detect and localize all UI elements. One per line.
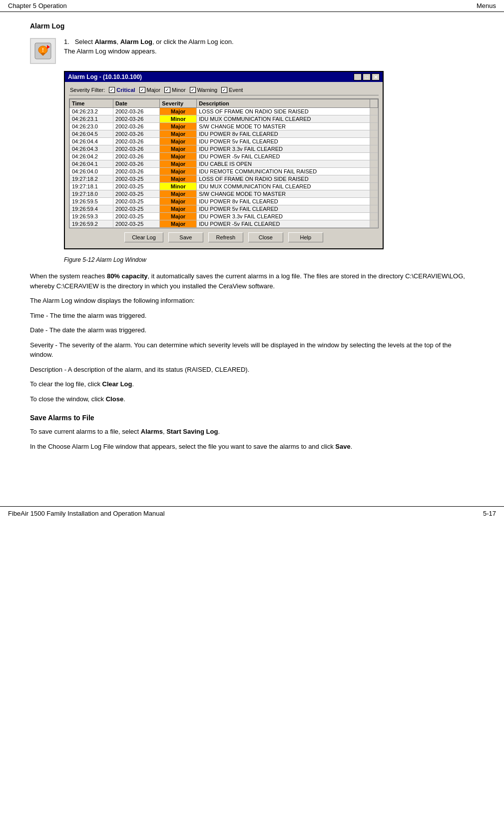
para-description: Description - A description of the alarm… [30, 365, 474, 375]
maximize-button[interactable]: □ [363, 73, 371, 80]
cell-description: IDU MUX COMMUNICATION FAIL CLEARED [197, 115, 370, 123]
alarm-log-heading: Alarm Log [30, 22, 474, 30]
alarm-icon-svg: ! [34, 42, 52, 60]
cell-severity: Major [160, 168, 197, 175]
window-controls: _ □ ✕ [354, 73, 380, 80]
table-row: 19:26:59.22002-03-25MajorIDU POWER -5v F… [70, 220, 378, 228]
step-1-row: ! 1. Select Alarms, Alarm Log, or click … [30, 38, 474, 64]
filter-minor[interactable]: ✓ Minor [164, 87, 186, 93]
cell-time: 04:26:23.1 [70, 115, 113, 123]
cell-description: IDU POWER 3.3v FAIL CLEARED [197, 213, 370, 220]
cell-severity: Major [160, 220, 197, 228]
cell-description: LOSS OF FRAME ON RADIO SIDE RAISED [197, 108, 370, 115]
table-row: 19:26:59.32002-03-25MajorIDU POWER 3.3v … [70, 213, 378, 220]
cell-description: IDU REMOTE COMMUNICATION FAIL RAISED [197, 168, 370, 175]
scrollbar-cell [370, 160, 378, 168]
cell-severity: Major [160, 160, 197, 168]
help-button[interactable]: Help [288, 232, 323, 242]
filter-event[interactable]: ✓ Event [221, 87, 243, 93]
para-close: To close the window, click Close. [30, 394, 474, 404]
table-row: 19:26:59.52002-03-25MajorIDU POWER 8v FA… [70, 198, 378, 205]
table-row: 04:26:23.12002-03-26MinorIDU MUX COMMUNI… [70, 115, 378, 123]
table-row: 04:26:23.22002-03-26MajorLOSS OF FRAME O… [70, 108, 378, 115]
close-button[interactable]: Close [248, 232, 283, 242]
cell-time: 19:27:18.0 [70, 190, 113, 198]
window-body: Severity Filter: ✓ Critical ✓ Major ✓ Mi… [65, 82, 383, 248]
scrollbar-header [370, 99, 378, 108]
cell-severity: Major [160, 108, 197, 115]
filter-critical[interactable]: ✓ Critical [109, 87, 135, 93]
save-button[interactable]: Save [168, 232, 203, 242]
critical-checkbox[interactable]: ✓ [109, 87, 115, 93]
cell-time: 04:26:23.2 [70, 108, 113, 115]
subsection-para-2: In the Choose Alarm Log File window that… [30, 442, 474, 452]
major-label: Major [147, 87, 161, 93]
cell-severity: Major [160, 153, 197, 160]
cell-date: 2002-03-25 [113, 175, 160, 183]
filter-major[interactable]: ✓ Major [139, 87, 161, 93]
cell-time: 04:26:04.5 [70, 130, 113, 138]
cell-time: 04:26:04.0 [70, 168, 113, 175]
cell-time: 19:27:18.1 [70, 183, 113, 190]
cell-severity: Minor [160, 115, 197, 123]
cell-date: 2002-03-25 [113, 183, 160, 190]
filter-warning[interactable]: ✓ Warning [190, 87, 218, 93]
cell-time: 04:26:23.0 [70, 123, 113, 130]
svg-text:!: ! [42, 47, 43, 53]
footer-left: FibeAir 1500 Family Installation and Ope… [8, 510, 165, 517]
clear-log-button[interactable]: Clear Log [124, 232, 163, 242]
cell-description: IDU POWER 8v FAIL CLEARED [197, 130, 370, 138]
cell-severity: Major [160, 138, 197, 145]
svg-rect-3 [41, 53, 45, 54]
log-table-wrapper: Time Date Severity Description 04:26:23.… [69, 98, 379, 228]
warning-checkbox[interactable]: ✓ [190, 87, 196, 93]
cell-severity: Major [160, 175, 197, 183]
step-1-sep: , [117, 38, 120, 45]
scrollbar-cell [370, 153, 378, 160]
table-row: 19:27:18.22002-03-25MajorLOSS OF FRAME O… [70, 175, 378, 183]
major-checkbox[interactable]: ✓ [139, 87, 145, 93]
para-time: Time - The time the alarm was triggered. [30, 311, 474, 321]
footer-right: 5-17 [483, 510, 496, 517]
cell-description: S/W CHANGE MODE TO MASTER [197, 190, 370, 198]
cell-time: 04:26:04.4 [70, 138, 113, 145]
event-checkbox[interactable]: ✓ [221, 87, 227, 93]
filter-label: Severity Filter: [70, 87, 105, 93]
col-date: Date [113, 99, 160, 108]
table-row: 19:26:59.42002-03-25MajorIDU POWER 5v FA… [70, 205, 378, 213]
cell-time: 04:26:04.2 [70, 153, 113, 160]
scrollbar-cell [370, 123, 378, 130]
cell-date: 2002-03-26 [113, 145, 160, 153]
minimize-button[interactable]: _ [354, 73, 362, 80]
refresh-button[interactable]: Refresh [208, 232, 243, 242]
window-title: Alarm Log - (10.10.10.100) [68, 73, 142, 80]
scrollbar-cell [370, 213, 378, 220]
para-2: The Alarm Log window displays the follow… [30, 296, 474, 306]
cell-date: 2002-03-26 [113, 138, 160, 145]
para-1: When the system reaches 80% capacity, it… [30, 271, 474, 291]
page-header: Chapter 5 Operation Menus [0, 0, 504, 12]
minor-label: Minor [172, 87, 186, 93]
table-row: 04:26:23.02002-03-26MajorS/W CHANGE MODE… [70, 123, 378, 130]
main-content: Alarm Log ! 1. Select Alarms, Alarm Log,… [0, 12, 504, 486]
step-1-result: The Alarm Log window appears. [64, 47, 474, 55]
cell-date: 2002-03-25 [113, 190, 160, 198]
subsection-para-1: To save current alarms to a file, select… [30, 427, 474, 437]
minor-checkbox[interactable]: ✓ [164, 87, 170, 93]
col-severity: Severity [160, 99, 197, 108]
alarms-menu-ref: Alarms [94, 38, 116, 45]
scrollbar-cell [370, 205, 378, 213]
alarm-log-menu-ref: Alarm Log [120, 38, 152, 45]
table-row: 04:26:04.42002-03-26MajorIDU POWER 5v FA… [70, 138, 378, 145]
event-label: Event [229, 87, 243, 93]
cell-date: 2002-03-25 [113, 213, 160, 220]
para-severity: Severity - The severity of the alarm. Yo… [30, 340, 474, 360]
scrollbar-cell [370, 175, 378, 183]
cell-description: S/W CHANGE MODE TO MASTER [197, 123, 370, 130]
close-window-button[interactable]: ✕ [372, 73, 380, 80]
cell-time: 19:26:59.2 [70, 220, 113, 228]
cell-severity: Major [160, 213, 197, 220]
cell-severity: Major [160, 123, 197, 130]
cell-description: LOSS OF FRAME ON RADIO SIDE RAISED [197, 175, 370, 183]
cell-time: 04:26:04.1 [70, 160, 113, 168]
